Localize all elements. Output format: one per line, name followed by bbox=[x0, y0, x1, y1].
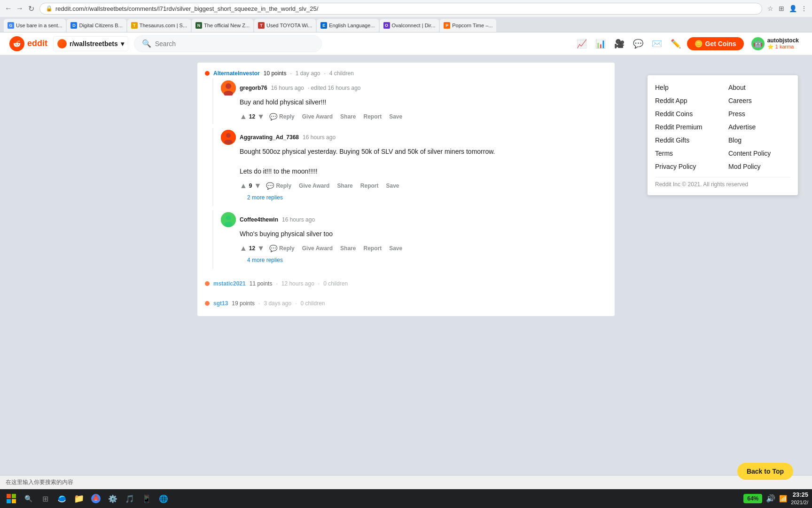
extensions-icon[interactable]: ⊞ bbox=[777, 4, 786, 13]
downvote-btn-2[interactable]: ▼ bbox=[254, 182, 262, 190]
refresh-icon[interactable]: ↻ bbox=[26, 4, 36, 13]
sidebar-link-content-policy[interactable]: Content Policy bbox=[728, 149, 790, 158]
search-input[interactable] bbox=[155, 40, 314, 48]
more-replies-link-3[interactable]: 4 more replies bbox=[247, 257, 283, 263]
sidebar-link-terms[interactable]: Terms bbox=[655, 149, 717, 158]
video-icon[interactable]: 🎥 bbox=[612, 36, 627, 51]
taskbar-wifi-icon[interactable]: 📶 bbox=[779, 495, 787, 502]
taskbar-clock[interactable]: 23:25 2021/2/ bbox=[791, 491, 808, 507]
reply-btn-3[interactable]: 💬 Reply bbox=[266, 243, 297, 254]
bottom-username-2[interactable]: sgt13 bbox=[213, 300, 228, 307]
taskbar-extra-3[interactable]: 🌐 bbox=[156, 491, 171, 506]
reply-btn-1[interactable]: 💬 Reply bbox=[266, 111, 297, 122]
upvote-btn-1[interactable]: ▲ bbox=[240, 112, 247, 121]
chart-icon[interactable]: 📊 bbox=[593, 36, 608, 51]
save-btn-1[interactable]: Save bbox=[386, 111, 405, 122]
share-btn-3[interactable]: Share bbox=[337, 243, 359, 254]
report-btn-2[interactable]: Report bbox=[358, 181, 382, 191]
edit-icon[interactable]: ✏️ bbox=[668, 36, 683, 51]
taskbar-task-view-icon[interactable]: ⊞ bbox=[38, 491, 53, 506]
taskbar-date: 2021/2/ bbox=[791, 499, 808, 506]
browser-tabs-bar: G Use bare in a sent... D Digital Citize… bbox=[0, 17, 812, 32]
comment-block-1: gregorb76 16 hours ago · edited 16 hours… bbox=[212, 79, 607, 124]
sidebar-link-blog[interactable]: Blog bbox=[728, 135, 790, 145]
taskbar-settings-icon[interactable]: ⚙️ bbox=[105, 491, 120, 506]
upvote-btn-3[interactable]: ▲ bbox=[240, 244, 247, 253]
user-info[interactable]: 🤖 autobjstock ⭐ 1 karma bbox=[748, 37, 803, 50]
give-award-btn-3[interactable]: Give Award bbox=[299, 243, 336, 254]
back-icon[interactable]: ← bbox=[4, 4, 13, 13]
taskbar-search-icon[interactable]: 🔍 bbox=[21, 491, 36, 506]
coins-icon: 🪙 bbox=[695, 40, 703, 48]
subreddit-name: r/wallstreetbets bbox=[70, 40, 118, 48]
sidebar-link-reddit-coins[interactable]: Reddit Coins bbox=[655, 109, 717, 119]
taskbar-volume-icon[interactable]: 🔊 bbox=[766, 494, 775, 503]
comment-edited-1: · edited 16 hours ago bbox=[308, 85, 361, 91]
reply-btn-2[interactable]: 💬 Reply bbox=[263, 180, 294, 191]
taskbar-start-icon[interactable] bbox=[4, 491, 19, 506]
tab-2[interactable]: D Digital Citizens B... bbox=[67, 19, 126, 32]
reddit-logo-icon bbox=[9, 36, 24, 51]
subreddit-avatar bbox=[57, 39, 67, 48]
comment-author-3[interactable]: Coffee4thewin bbox=[240, 216, 278, 223]
sidebar-link-privacy-policy[interactable]: Privacy Policy bbox=[655, 162, 717, 171]
tab-label-3: Thesaurus.com | S... bbox=[140, 23, 187, 28]
tab-6[interactable]: E English Language... bbox=[317, 19, 378, 32]
trending-icon[interactable]: 📈 bbox=[574, 36, 589, 51]
downvote-btn-1[interactable]: ▼ bbox=[257, 112, 265, 121]
comment-author-1[interactable]: gregorb76 bbox=[240, 85, 267, 91]
sidebar-link-help[interactable]: Help bbox=[655, 83, 717, 92]
save-btn-3[interactable]: Save bbox=[386, 243, 405, 254]
get-coins-button[interactable]: 🪙 Get Coins bbox=[687, 37, 744, 50]
bookmark-icon[interactable]: ☆ bbox=[766, 4, 774, 13]
forward-icon[interactable]: → bbox=[15, 4, 24, 13]
chat-icon[interactable]: 💬 bbox=[631, 36, 646, 51]
sidebar-link-reddit-app[interactable]: Reddit App bbox=[655, 96, 717, 105]
share-btn-1[interactable]: Share bbox=[337, 111, 359, 122]
tab-7[interactable]: O Ovalconnect | Dir... bbox=[380, 19, 439, 32]
tab-4[interactable]: N The official New Z... bbox=[192, 19, 253, 32]
svg-rect-12 bbox=[7, 499, 11, 503]
more-replies-link-2[interactable]: 2 more replies bbox=[247, 194, 283, 201]
save-btn-2[interactable]: Save bbox=[383, 181, 402, 191]
sidebar-link-careers[interactable]: Careers bbox=[728, 96, 790, 105]
address-bar[interactable]: 🔒 reddit.com/r/wallstreetbets/comments/l… bbox=[39, 3, 762, 15]
subreddit-selector[interactable]: r/wallstreetbets ▾ bbox=[53, 36, 128, 51]
reddit-logo[interactable]: eddit bbox=[9, 36, 47, 51]
report-btn-1[interactable]: Report bbox=[360, 111, 384, 122]
tab-1[interactable]: G Use bare in a sent... bbox=[4, 19, 66, 32]
upvote-btn-2[interactable]: ▲ bbox=[240, 182, 247, 190]
comment-author-2[interactable]: Aggravating_Ad_7368 bbox=[240, 134, 299, 141]
sidebar-link-mod-policy[interactable]: Mod Policy bbox=[728, 162, 790, 171]
taskbar-chrome-icon[interactable] bbox=[88, 491, 103, 506]
settings-icon[interactable]: ⋮ bbox=[800, 4, 808, 13]
top-comment-username[interactable]: AlternateInvestor bbox=[213, 70, 260, 77]
sidebar-link-advertise[interactable]: Advertise bbox=[728, 122, 790, 132]
share-btn-2[interactable]: Share bbox=[334, 181, 355, 191]
tab-3[interactable]: T Thesaurus.com | S... bbox=[127, 19, 191, 32]
tab-8[interactable]: P Popcorn Time –... bbox=[440, 19, 496, 32]
mail-icon[interactable]: ✉️ bbox=[649, 36, 664, 51]
report-btn-3[interactable]: Report bbox=[360, 243, 384, 254]
sidebar-link-reddit-gifts[interactable]: Reddit Gifts bbox=[655, 135, 717, 145]
back-to-top-button[interactable]: Back to Top bbox=[737, 463, 793, 480]
taskbar-extra-2[interactable]: 📱 bbox=[139, 491, 154, 506]
search-bar[interactable]: 🔍 bbox=[134, 35, 322, 52]
sidebar-link-about[interactable]: About bbox=[728, 83, 790, 92]
tab-favicon-3: T bbox=[131, 22, 138, 29]
downvote-btn-3[interactable]: ▼ bbox=[257, 244, 265, 253]
sidebar-link-press[interactable]: Press bbox=[728, 109, 790, 119]
give-award-btn-1[interactable]: Give Award bbox=[299, 111, 336, 122]
profile-icon[interactable]: 👤 bbox=[789, 4, 797, 13]
taskbar-explorer-icon[interactable]: 📁 bbox=[71, 491, 86, 506]
tab-5[interactable]: T Used TOYOTA Wi... bbox=[254, 19, 316, 32]
bottom-username-1[interactable]: mstatic2021 bbox=[213, 280, 246, 287]
give-award-btn-2[interactable]: Give Award bbox=[296, 181, 332, 191]
sidebar-link-reddit-premium[interactable]: Reddit Premium bbox=[655, 122, 717, 132]
taskbar-edge-icon[interactable] bbox=[55, 491, 70, 506]
tab-favicon-8: P bbox=[444, 22, 450, 29]
taskbar-extra-1[interactable]: 🎵 bbox=[122, 491, 137, 506]
comment-time-1: 16 hours ago bbox=[271, 85, 304, 91]
reddit-wordmark: eddit bbox=[27, 39, 47, 48]
tab-favicon-7: O bbox=[383, 22, 390, 29]
